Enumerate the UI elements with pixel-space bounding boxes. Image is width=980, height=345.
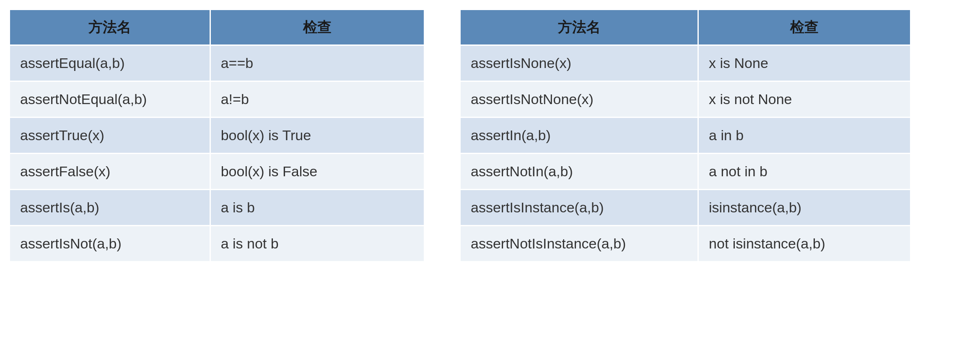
table-row: assertNotIsInstance(a,b) not isinstance(… bbox=[460, 226, 911, 262]
cell-method: assertNotIsInstance(a,b) bbox=[460, 226, 698, 262]
assert-methods-table-left: 方法名 检查 assertEqual(a,b) a==b assertNotEq… bbox=[8, 8, 425, 263]
cell-check: x is None bbox=[698, 45, 911, 81]
cell-check: isinstance(a,b) bbox=[698, 190, 911, 226]
table-row: assertFalse(x) bool(x) is False bbox=[10, 154, 425, 190]
cell-check: bool(x) is True bbox=[210, 118, 424, 154]
header-method-name: 方法名 bbox=[460, 10, 698, 45]
table-row: assertIsNotNone(x) x is not None bbox=[460, 81, 911, 118]
cell-method: assertIsInstance(a,b) bbox=[460, 190, 698, 226]
cell-method: assertNotEqual(a,b) bbox=[10, 81, 210, 118]
header-method-name: 方法名 bbox=[10, 10, 210, 45]
table-right: 方法名 检查 assertIsNone(x) x is None assertI… bbox=[459, 9, 911, 262]
cell-check: x is not None bbox=[698, 81, 911, 118]
cell-method: assertTrue(x) bbox=[10, 118, 210, 154]
cell-method: assertIsNot(a,b) bbox=[10, 226, 210, 262]
table-row: assertNotIn(a,b) a not in b bbox=[460, 154, 911, 190]
table-row: assertIsInstance(a,b) isinstance(a,b) bbox=[460, 190, 911, 226]
assert-methods-table-right: 方法名 检查 assertIsNone(x) x is None assertI… bbox=[459, 8, 912, 263]
table-row: assertIsNone(x) x is None bbox=[460, 45, 911, 81]
cell-method: assertIn(a,b) bbox=[460, 118, 698, 154]
cell-check: a!=b bbox=[210, 81, 424, 118]
table-row: assertNotEqual(a,b) a!=b bbox=[10, 81, 425, 118]
cell-check: a in b bbox=[698, 118, 911, 154]
cell-check: a is b bbox=[210, 190, 424, 226]
cell-check: a==b bbox=[210, 45, 424, 81]
table-header-row: 方法名 检查 bbox=[460, 10, 911, 45]
table-row: assertTrue(x) bool(x) is True bbox=[10, 118, 425, 154]
header-check: 检查 bbox=[698, 10, 911, 45]
table-row: assertIn(a,b) a in b bbox=[460, 118, 911, 154]
table-header-row: 方法名 检查 bbox=[10, 10, 425, 45]
table-row: assertEqual(a,b) a==b bbox=[10, 45, 425, 81]
table-row: assertIsNot(a,b) a is not b bbox=[10, 226, 425, 262]
cell-check: bool(x) is False bbox=[210, 154, 424, 190]
cell-method: assertNotIn(a,b) bbox=[460, 154, 698, 190]
cell-check: a is not b bbox=[210, 226, 424, 262]
cell-method: assertIs(a,b) bbox=[10, 190, 210, 226]
cell-check: not isinstance(a,b) bbox=[698, 226, 911, 262]
cell-method: assertIsNotNone(x) bbox=[460, 81, 698, 118]
cell-method: assertEqual(a,b) bbox=[10, 45, 210, 81]
table-left: 方法名 检查 assertEqual(a,b) a==b assertNotEq… bbox=[9, 9, 425, 262]
header-check: 检查 bbox=[210, 10, 424, 45]
cell-method: assertIsNone(x) bbox=[460, 45, 698, 81]
cell-method: assertFalse(x) bbox=[10, 154, 210, 190]
cell-check: a not in b bbox=[698, 154, 911, 190]
table-row: assertIs(a,b) a is b bbox=[10, 190, 425, 226]
